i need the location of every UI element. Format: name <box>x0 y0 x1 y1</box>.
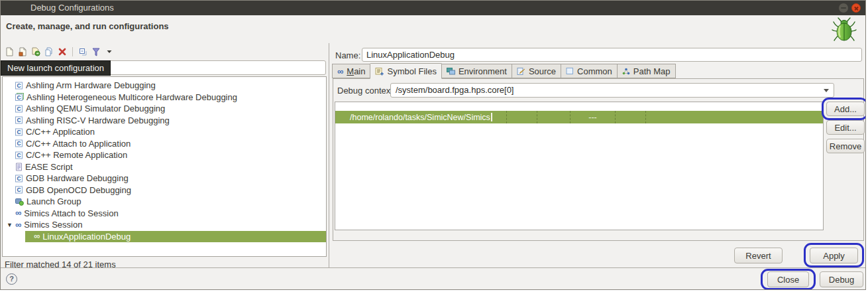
symbol-file-cell[interactable] <box>615 111 645 123</box>
symbol-file-cell[interactable]: --- <box>570 111 615 123</box>
tree-item-label: C/C++ Application <box>26 127 95 137</box>
common-icon <box>566 67 574 75</box>
new-prototype-icon <box>19 47 27 56</box>
tab-main[interactable]: ∞Main <box>332 64 370 78</box>
titlebar: Debug Configurations <box>1 1 865 15</box>
symbol-file-row[interactable]: /home/rolando/tasks/SimicNew/Simics --- <box>335 111 823 123</box>
symbol-files-icon <box>375 67 384 76</box>
debug-context-value: /system/board.fpga.hps.core[0] <box>396 85 514 95</box>
filter-menu-arrow-button[interactable] <box>103 46 115 58</box>
c-app-icon: C <box>15 175 23 183</box>
tab-label: Environment <box>459 66 507 76</box>
svg-text:C: C <box>17 129 21 135</box>
filter-launch-configurations-button[interactable] <box>90 46 102 58</box>
launch-group-icon <box>15 198 24 206</box>
c-app-icon: C <box>15 105 23 113</box>
collapse-all-icon <box>79 48 87 56</box>
svg-text:C: C <box>17 82 21 89</box>
tab-label: Path Map <box>633 66 671 76</box>
tree-item-ashling-risc-v-hardware-debugging[interactable]: CAshling RISC-V Hardware Debugging <box>3 115 326 127</box>
debug-context-combobox[interactable]: /system/board.fpga.hps.core[0] <box>390 83 834 98</box>
new-launch-configuration-prototype-button[interactable] <box>17 46 28 58</box>
tree-item-c-c-remote-application[interactable]: CC/C++ Remote Application <box>3 149 326 161</box>
tab-environment[interactable]: Environment <box>442 64 512 78</box>
tree-item-ashling-qemu-simulator-debugging[interactable]: CAshling QEMU Simulator Debugging <box>3 103 326 115</box>
duplicate-launch-configuration-button[interactable] <box>43 46 55 58</box>
text-cursor <box>491 113 492 121</box>
tab-common[interactable]: Common <box>561 64 617 78</box>
simics-icon: ∞ <box>15 209 21 217</box>
new-config-icon <box>5 47 14 56</box>
configuration-tree: CAshling Arm Hardware DebuggingCAshling … <box>2 76 327 257</box>
svg-text:C: C <box>17 106 21 112</box>
chevron-down-icon <box>824 89 829 92</box>
tree-item-ease-script[interactable]: EASE Script <box>3 161 326 173</box>
tree-item-linuxapplicationdebug[interactable]: ∞LinuxApplicationDebug <box>25 231 326 243</box>
svg-text:C: C <box>17 175 21 182</box>
configuration-name-input[interactable] <box>362 48 862 62</box>
launch-types-panel: New launch configuration CAshling Arm Ha… <box>1 43 329 269</box>
tree-item-label: GDB Hardware Debugging <box>26 173 129 183</box>
symbol-file-cell[interactable] <box>537 111 570 123</box>
tree-item-launch-group[interactable]: Launch Group <box>3 196 326 208</box>
c-app-icon: C <box>15 151 23 159</box>
script-icon <box>15 163 23 171</box>
revert-button[interactable]: Revert <box>734 248 783 263</box>
tab-path-map[interactable]: Path Map <box>617 64 676 78</box>
tree-item-gdb-openocd-debugging[interactable]: CGDB OpenOCD Debugging <box>3 184 326 196</box>
dialog-footer: ? Close Debug <box>1 267 865 289</box>
debug-bug-icon <box>831 17 857 43</box>
tree-item-label: C/C++ Attach to Application <box>26 139 131 149</box>
tree-item-label: Launch Group <box>27 196 81 206</box>
tree-item-simics-session[interactable]: ▼∞Simics Session <box>3 219 326 231</box>
tree-item-simics-attach-to-session[interactable]: ∞Simics Attach to Session <box>3 208 326 220</box>
help-button[interactable]: ? <box>6 273 17 285</box>
tree-item-ashling-heterogeneous-multicore-hardware-debugging[interactable]: CAshling Heterogeneous Multicore Hardwar… <box>3 92 326 104</box>
new-launch-configuration-tooltip: New launch configuration <box>1 60 111 76</box>
delete-launch-configuration-button[interactable] <box>56 46 68 58</box>
tree-item-label: EASE Script <box>25 162 73 172</box>
remove-button[interactable]: Remove <box>826 139 865 153</box>
new-launch-configuration-button[interactable] <box>3 46 15 58</box>
tab-label: Main <box>347 66 365 76</box>
c-app-icon: C <box>15 116 23 124</box>
tree-item-label: Ashling Heterogeneous Multicore Hardware… <box>27 92 237 102</box>
c-app-icon: C <box>15 139 23 147</box>
configuration-detail-panel: Name: ∞MainSymbol FilesEnvironmentSource… <box>330 43 866 269</box>
tree-item-ashling-arm-hardware-debugging[interactable]: CAshling Arm Hardware Debugging <box>3 80 326 92</box>
symbol-files-table[interactable]: /home/rolando/tasks/SimicNew/Simics --- <box>335 102 824 230</box>
debug-button[interactable]: Debug <box>820 271 863 287</box>
svg-text:C: C <box>17 187 21 194</box>
name-label: Name: <box>335 50 360 60</box>
tree-item-c-c-application[interactable]: CC/C++ Application <box>3 126 326 138</box>
source-icon <box>517 67 525 76</box>
dialog-header: Create, manage, and run configurations <box>1 15 865 43</box>
tree-item-c-c-attach-to-application[interactable]: CC/C++ Attach to Application <box>3 138 326 150</box>
close-window-button[interactable] <box>851 3 861 13</box>
expand-arrow-icon[interactable]: ▼ <box>7 222 15 228</box>
add-button[interactable]: Add... <box>826 102 865 116</box>
symbol-file-cell[interactable] <box>506 111 537 123</box>
symbol-file-path-cell[interactable]: /home/rolando/tasks/SimicNew/Simics <box>335 111 506 123</box>
configurations-toolbar <box>3 45 115 58</box>
tree-item-label: Ashling QEMU Simulator Debugging <box>26 104 165 113</box>
export-launch-configuration-button[interactable] <box>30 46 42 58</box>
dialog-header-title: Create, manage, and run configurations <box>6 21 169 31</box>
edit-button[interactable]: Edit... <box>826 120 865 135</box>
symbol-file-cell[interactable] <box>645 111 823 123</box>
tree-item-gdb-hardware-debugging[interactable]: CGDB Hardware Debugging <box>3 173 326 184</box>
close-button[interactable]: Close <box>767 271 809 287</box>
tree-item-label: Simics Attach to Session <box>24 208 118 218</box>
tab-symbol-files[interactable]: Symbol Files <box>370 63 441 79</box>
tab-label: Source <box>529 66 556 76</box>
debug-context-label: Debug context: <box>337 86 395 96</box>
apply-button[interactable]: Apply <box>810 248 858 263</box>
delete-config-icon <box>58 48 66 56</box>
minimize-button[interactable] <box>839 3 848 13</box>
filter-icon <box>92 48 100 56</box>
svg-text:C: C <box>17 141 21 147</box>
collapse-all-button[interactable] <box>77 46 89 58</box>
configuration-tabs: ∞MainSymbol FilesEnvironmentSourceCommon… <box>332 63 676 79</box>
tab-source[interactable]: Source <box>512 64 561 78</box>
c-app-icon: C <box>15 186 23 194</box>
